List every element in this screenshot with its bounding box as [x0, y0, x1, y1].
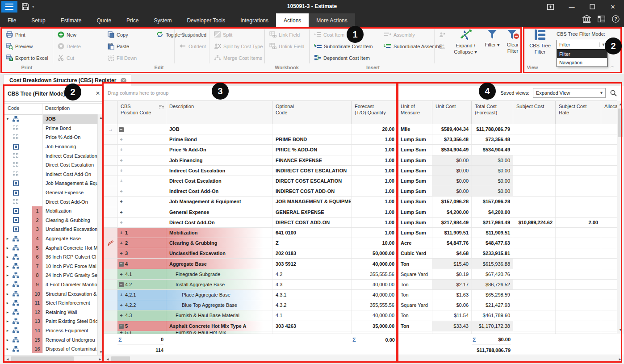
grid-row[interactable]: −5Asphalt Concrete Hot Mix Type A303 426…	[104, 321, 617, 331]
tab-cbs-register[interactable]: Cost Breakdown Structure (CBS) Register …	[4, 74, 131, 86]
tree-item[interactable]: ▸15Removal of Undergrou	[4, 335, 98, 344]
tree-item[interactable]: ▸5Asphalt Concrete Hot M	[4, 243, 98, 252]
print-button[interactable]: Print	[4, 29, 27, 40]
new-button[interactable]: New	[56, 29, 78, 40]
tree-item[interactable]: 1Mobilization	[4, 206, 98, 216]
chevron-right-icon[interactable]: ▸	[4, 255, 11, 259]
scroll-left-icon[interactable]: ◄	[6, 357, 9, 361]
column-header-optional-code[interactable]: Optional Code	[272, 101, 352, 124]
expand-icon[interactable]: +	[117, 209, 125, 215]
dock-window-icon[interactable]	[544, 3, 557, 11]
close-button[interactable]: ✕	[606, 3, 620, 11]
expand-icon[interactable]: +	[117, 188, 125, 194]
tree-item[interactable]: ▸710 Inch PVC Force Mai	[4, 262, 98, 271]
expand-icon[interactable]: +	[117, 230, 125, 235]
paste-button[interactable]: Paste	[106, 41, 130, 52]
expand-icon[interactable]: +	[117, 302, 125, 308]
chevron-right-icon[interactable]: ▸	[4, 282, 11, 287]
tree-item[interactable]: ▸14Process Equipment	[4, 326, 98, 335]
saved-views-search-button[interactable]	[608, 88, 618, 98]
menu-tab-more-actions[interactable]: More Actions	[309, 13, 355, 27]
cbs-tree-close-icon[interactable]: ✕	[96, 90, 100, 96]
tree-item[interactable]: ▾JOB	[4, 114, 98, 124]
expand-icon[interactable]: +	[117, 147, 125, 152]
expand-icon[interactable]: +	[117, 313, 125, 318]
tree-item[interactable]: ▸4Aggregate Base	[4, 234, 98, 243]
menu-tab-quote[interactable]: Quote	[89, 13, 119, 27]
grid-row[interactable]: +3Unclassified Excavation202 018350,000.…	[104, 248, 617, 259]
tree-item[interactable]: 3Unclassified Excavation	[4, 225, 98, 234]
clear-filter-button[interactable]: Clear Filter	[503, 29, 523, 64]
tree-item[interactable]: Indirect Cost Add-On	[4, 170, 98, 179]
chevron-right-icon[interactable]: ▸	[4, 310, 11, 314]
tree-item[interactable]: ▸94 Foot Diameter Manho	[4, 280, 98, 289]
expand-icon[interactable]: +	[117, 272, 125, 277]
maximize-button[interactable]	[586, 3, 599, 11]
column-header-description[interactable]: Description	[166, 101, 272, 124]
scroll-down-icon[interactable]: ▼	[619, 328, 622, 332]
tree-item[interactable]: ▸12Retaining Wall	[4, 307, 98, 317]
expand-icon[interactable]: +	[117, 178, 125, 184]
tree-item[interactable]: Job Management & Equipment	[4, 179, 98, 188]
menu-tab-setup[interactable]: Setup	[24, 13, 53, 27]
expand-icon[interactable]: +	[117, 292, 125, 297]
collapse-icon[interactable]: −	[117, 281, 125, 287]
expand-icon[interactable]: +	[117, 331, 125, 334]
tree-item[interactable]: 2Clearing & Grubbing	[4, 216, 98, 225]
column-header-indicator[interactable]	[104, 101, 117, 124]
ribbon-collapse-icon[interactable]: ︿	[610, 63, 615, 69]
menu-tab-file[interactable]: File	[0, 13, 24, 27]
column-header-cbs-position-code[interactable]: CBS Position Code	[117, 101, 166, 124]
grid-row[interactable]: +4.3Furnish & Haul Base Material4.140,00…	[104, 310, 617, 321]
dependent-cost-item-button[interactable]: Dependent Cost Item	[313, 53, 371, 63]
tree-item[interactable]: ▸636 Inch RCP Culvert Cl	[4, 252, 98, 262]
column-header-unit-of-measure[interactable]: Unit of Measure	[398, 101, 432, 124]
chevron-right-icon[interactable]: ▸	[4, 347, 11, 351]
expand-icon[interactable]: +	[117, 158, 125, 163]
grid-row[interactable]: +General ExpenseGENERAL EXPENSE1.00Lump …	[104, 207, 617, 218]
expand-icon[interactable]: +	[117, 168, 125, 173]
scroll-up-icon[interactable]: ▲	[619, 102, 622, 106]
saved-views-select[interactable]: Expanded View ▼	[533, 88, 606, 98]
grid-row[interactable]: +4.2.1Place Aggregate Base4.3.140,000.00…	[104, 290, 617, 300]
expand-collapse-button[interactable]: Expand / Collapse ▾	[451, 29, 480, 64]
expand-icon[interactable]: +	[117, 137, 125, 142]
tree-item[interactable]: Price % Add-On	[4, 133, 98, 142]
chevron-down-icon[interactable]: ▼	[599, 42, 607, 47]
grid-row[interactable]: +4.2.2Blue Top Aggregate Base4.3.2355,55…	[104, 300, 617, 310]
tree-item[interactable]: General Expense	[4, 188, 98, 197]
column-header-subject-cost-rate[interactable]: Subject Cost Rate	[556, 101, 601, 124]
chevron-right-icon[interactable]: ▸	[4, 319, 11, 323]
grid-row[interactable]: −4.2Install Aggregate Base4.340,000.00To…	[104, 280, 617, 290]
chevron-right-icon[interactable]: ▸	[4, 301, 11, 305]
menu-tab-integrations[interactable]: Integrations	[233, 13, 276, 27]
chevron-right-icon[interactable]: ▸	[4, 273, 11, 277]
tree-description-column-header[interactable]: Description	[42, 104, 104, 114]
tree-code-column-header[interactable]: Code	[4, 104, 42, 114]
scroll-right-icon[interactable]: ►	[98, 357, 102, 361]
column-header-allocate[interactable]: Allocate	[601, 101, 617, 124]
grid-row[interactable]: +Job FinancingFINANCE EXPENSE1.00Lump Su…	[104, 155, 617, 166]
column-header-total-cost-(forecast)[interactable]: Total Cost (Forecast)	[472, 101, 513, 124]
cbs-tree-filter-mode-select[interactable]: Filter▼	[557, 40, 607, 50]
menu-tab-estimate[interactable]: Estimate	[53, 13, 89, 27]
copy-button[interactable]: Copy	[106, 29, 130, 40]
minimize-button[interactable]: —	[565, 3, 578, 11]
library-icon[interactable]	[582, 15, 591, 24]
chevron-right-icon[interactable]: ▸	[4, 292, 11, 296]
menu-tab-developer-tools[interactable]: Developer Tools	[179, 13, 233, 27]
grid-row[interactable]: +Direct Cost EscalationDIRECT COST ESCAL…	[104, 176, 617, 186]
grid-row[interactable]: +Prime BondPRIME BOND1.00Lump Sum$73,356…	[104, 134, 617, 145]
collapse-icon[interactable]: −	[117, 126, 125, 132]
grid-row[interactable]: +Direct Cost Add-OnDIRECT COST ADD-ON1.0…	[104, 218, 617, 228]
scroll-left-icon[interactable]: ◄	[106, 357, 109, 361]
cbs-tree-filter-button[interactable]: CBS Tree Filter	[527, 29, 553, 64]
tree-item[interactable]: ▸16Disposal of Contaminat	[4, 344, 98, 354]
collapse-icon[interactable]: −	[117, 261, 125, 267]
grid-row[interactable]: +Price % Add-OnPRICE % ADD-ON1.00Lump Su…	[104, 145, 617, 155]
subordinate-cost-item-button[interactable]: Subordinate Cost Item	[313, 41, 374, 52]
column-header-subject-cost[interactable]: Subject Cost	[513, 101, 556, 124]
chevron-right-icon[interactable]: ▸	[4, 328, 11, 333]
tree-item[interactable]: ▸824 Inch PVC Gravity Se	[4, 271, 98, 280]
tree-item[interactable]: Job Financing	[4, 142, 98, 151]
